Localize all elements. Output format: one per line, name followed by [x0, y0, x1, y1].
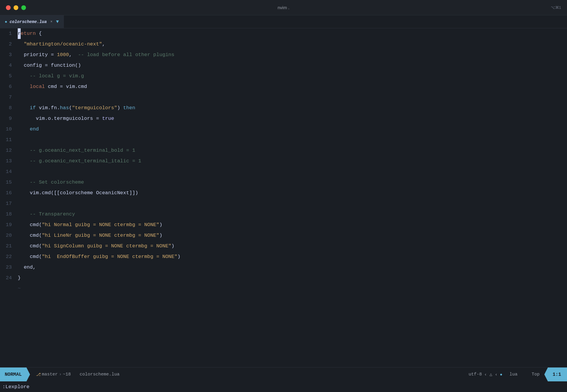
encoding-icons: ‹ △ ‹ [484, 372, 498, 377]
line-number-23: 23 [0, 262, 18, 273]
code-line-5: 5 -- local g = vim.g [0, 71, 562, 81]
line-number-10: 10 [0, 124, 18, 135]
status-git-info: ⎇ master › ~18 [30, 372, 74, 377]
status-encoding: utf-8 ‹ △ ‹ ● lua [464, 372, 527, 377]
maximize-button[interactable] [21, 5, 26, 10]
status-bar: NORMAL ⎇ master › ~18 colorscheme.lua ut… [0, 367, 567, 381]
line-content-21: cmd("hi SignColumn guibg = NONE ctermbg … [18, 241, 562, 251]
git-count: ~18 [63, 372, 71, 377]
code-line-17: 17 [0, 198, 562, 209]
tab-filename: colorscheme.lua [9, 19, 47, 24]
command-text: :Lexplore [2, 384, 30, 390]
line-content-15: -- Set colorscheme [18, 177, 562, 188]
line-content-4: config = function() [18, 60, 562, 71]
line-number-11: 11 [0, 135, 18, 145]
code-line-12: 12 -- g.oceanic_next_terminal_bold = 1 [0, 145, 562, 156]
line-number-19: 19 [0, 220, 18, 230]
line-number-5: 5 [0, 71, 18, 81]
code-line-1: 1 return { [0, 28, 562, 39]
line-content-22: cmd("hi EndOfBuffer guibg = NONE ctermbg… [18, 251, 562, 262]
git-separator: › [59, 372, 62, 377]
status-top-indicator: Top [527, 372, 544, 377]
code-line-8: 8 if vim.fn.has("termguicolors") then [0, 103, 562, 113]
code-line-22: 22 cmd("hi EndOfBuffer guibg = NONE cter… [0, 251, 562, 262]
status-mode-badge: NORMAL [0, 368, 30, 381]
code-line-10: 10 end [0, 124, 562, 135]
line-content-9: vim.o.termguicolors = true [18, 113, 562, 124]
line-number-14: 14 [0, 166, 18, 177]
line-content-19: cmd("hi Normal guibg = NONE ctermbg = NO… [18, 220, 562, 230]
line-number-12: 12 [0, 145, 18, 156]
code-line-21: 21 cmd("hi SignColumn guibg = NONE cterm… [0, 241, 562, 251]
tilde-char: ~ [18, 283, 21, 294]
line-number-22: 22 [0, 251, 18, 262]
minimize-button[interactable] [14, 5, 18, 10]
git-branch-icon: ⎇ [36, 372, 41, 377]
line-content-20: cmd("hi LineNr guibg = NONE ctermbg = NO… [18, 230, 562, 241]
line-number-18: 18 [0, 209, 18, 220]
line-content-3: priority = 1000, -- load before all othe… [18, 50, 562, 60]
tilde-line: ~ [0, 283, 562, 294]
code-line-23: 23 end, [0, 262, 562, 273]
line-number-21: 21 [0, 241, 18, 251]
title-bar: nvim . ⌥⌘1 [0, 0, 567, 15]
window-keybind: ⌥⌘1 [551, 5, 561, 10]
line-number-16: 16 [0, 188, 18, 198]
line-number-9: 9 [0, 113, 18, 124]
editor[interactable]: 1 return { 2 "mhartington/oceanic-next",… [0, 28, 562, 367]
tab-colorscheme-lua[interactable]: ● colorscheme.lua × ▼ [0, 15, 64, 28]
lang-text: lua [505, 372, 522, 377]
code-line-16: 16 vim.cmd([[colorscheme OceanicNext]]) [0, 188, 562, 198]
code-line-7: 7 [0, 92, 562, 103]
line-number-8: 8 [0, 103, 18, 113]
code-line-14: 14 [0, 166, 562, 177]
line-content-2: "mhartington/oceanic-next", [18, 39, 562, 50]
status-position: 1:1 [544, 368, 567, 381]
line-content-16: vim.cmd([[colorscheme OceanicNext]]) [18, 188, 562, 198]
line-number-13: 13 [0, 156, 18, 166]
tab-close-button[interactable]: × [50, 20, 52, 24]
code-line-19: 19 cmd("hi Normal guibg = NONE ctermbg =… [0, 220, 562, 230]
line-content-23: end, [18, 262, 562, 273]
line-content-5: -- local g = vim.g [18, 71, 562, 81]
tab-file-icon: ● [5, 19, 7, 24]
window-title: nvim . [278, 5, 289, 10]
line-number-4: 4 [0, 60, 18, 71]
line-content-1: return { [18, 28, 562, 39]
editor-container: 1 return { 2 "mhartington/oceanic-next",… [0, 28, 567, 367]
line-number-17: 17 [0, 198, 18, 209]
line-content-10: end [18, 124, 562, 135]
code-line-6: 6 local cmd = vim.cmd [0, 81, 562, 92]
line-content-13: -- g.oceanic_next_terminal_italic = 1 [18, 156, 562, 166]
status-right: utf-8 ‹ △ ‹ ● lua Top 1:1 [464, 368, 567, 381]
code-line-13: 13 -- g.oceanic_next_terminal_italic = 1 [0, 156, 562, 166]
encoding-text: utf-8 [469, 372, 482, 377]
line-content-8: if vim.fn.has("termguicolors") then [18, 103, 562, 113]
lang-icon: ● [500, 372, 502, 377]
code-line-11: 11 [0, 135, 562, 145]
line-number-15: 15 [0, 177, 18, 188]
line-number-2: 2 [0, 39, 18, 50]
code-line-3: 3 priority = 1000, -- load before all ot… [0, 50, 562, 60]
git-branch-name: master [42, 372, 58, 377]
line-content-12: -- g.oceanic_next_terminal_bold = 1 [18, 145, 562, 156]
status-filename: colorscheme.lua [74, 372, 464, 377]
line-number-1: 1 [0, 28, 18, 39]
code-line-20: 20 cmd("hi LineNr guibg = NONE ctermbg =… [0, 230, 562, 241]
close-button[interactable] [6, 5, 11, 10]
line-number-24: 24 [0, 273, 18, 283]
tab-bar: ● colorscheme.lua × ▼ [0, 15, 567, 28]
line-number-3: 3 [0, 50, 18, 60]
code-line-18: 18 -- Transparency [0, 209, 562, 220]
code-line-24: 24 } [0, 273, 562, 283]
line-number-20: 20 [0, 230, 18, 241]
code-line-9: 9 vim.o.termguicolors = true [0, 113, 562, 124]
command-line[interactable]: :Lexplore [0, 381, 567, 392]
line-content-6: local cmd = vim.cmd [18, 81, 562, 92]
code-line-4: 4 config = function() [0, 60, 562, 71]
line-content-18: -- Transparency [18, 209, 562, 220]
code-line-2: 2 "mhartington/oceanic-next", [0, 39, 562, 50]
tab-arrow-icon: ▼ [56, 19, 59, 24]
right-panel [562, 28, 567, 367]
code-line-15: 15 -- Set colorscheme [0, 177, 562, 188]
